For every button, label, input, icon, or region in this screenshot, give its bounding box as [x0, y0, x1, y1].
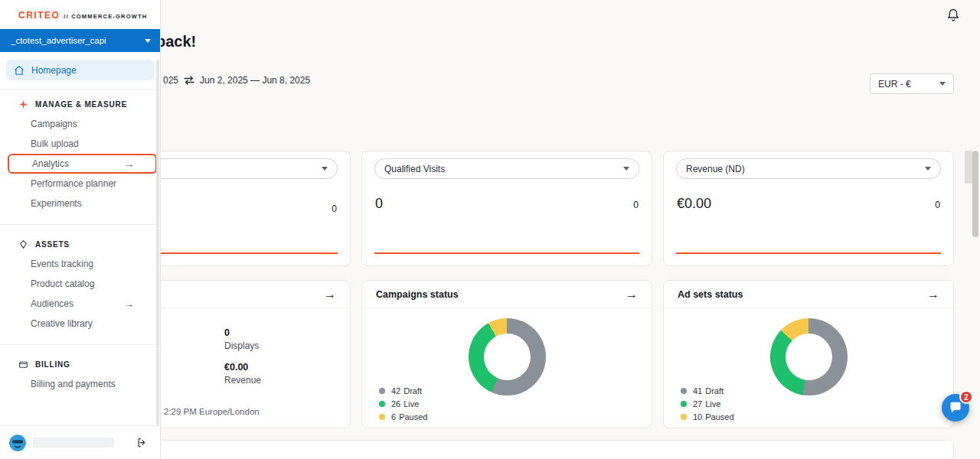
- advertiser-name: _ctotest_advertiser_capi: [11, 36, 106, 45]
- user-name-redacted: [33, 438, 114, 448]
- scrollbar-track[interactable]: [965, 151, 972, 184]
- brand-logo: CRITEO // COMMERCE-GROWTH: [0, 0, 160, 21]
- live-stats: 0 Displays €0.00 Revenue: [224, 328, 261, 397]
- arrow-right-icon[interactable]: →: [626, 288, 638, 301]
- legend-item-paused: 6Paused: [379, 412, 427, 422]
- section-label-text: BILLING: [35, 360, 70, 369]
- legend-count: 10: [693, 412, 702, 422]
- legend-dot-draft: [379, 388, 385, 394]
- product-name: // COMMERCE-GROWTH: [64, 13, 147, 20]
- metric-card-revenue: Revenue (ND) €0.00 0: [663, 151, 954, 266]
- chevron-down-icon: [623, 167, 629, 171]
- section-label-text: ASSETS: [35, 240, 70, 249]
- sidebar-item-campaigns[interactable]: Campaigns: [0, 114, 160, 134]
- home-icon: [14, 65, 24, 76]
- section-label-text: MANAGE & MEASURE: [35, 100, 127, 109]
- stat-value: €0.00: [224, 363, 261, 373]
- sidebar-item-performance-planner[interactable]: Performance planner: [0, 174, 160, 194]
- sidebar-item-product-catalog[interactable]: Product catalog: [0, 274, 160, 294]
- section-manage-measure: MANAGE & MEASURE: [0, 94, 160, 114]
- legend-label: Draft: [403, 386, 422, 396]
- sidebar-item-bulk-upload[interactable]: Bulk upload: [0, 134, 160, 154]
- legend-label: Draft: [705, 386, 724, 396]
- adsets-donut-chart: [770, 318, 848, 396]
- legend-item-live: 26Live: [379, 399, 427, 409]
- sidebar-item-creative-library[interactable]: Creative library: [0, 314, 160, 334]
- user-avatar[interactable]: [9, 435, 26, 451]
- sparkle-icon: [18, 99, 28, 109]
- sidebar-item-label: Homepage: [31, 65, 77, 76]
- section-billing: BILLING: [0, 354, 160, 374]
- sidebar-item-analytics[interactable]: Analytics →: [8, 154, 157, 174]
- page-scrollbar-thumb[interactable]: [972, 151, 978, 237]
- legend-dot-live: [379, 401, 385, 407]
- sidebar-item-audiences[interactable]: Audiences →: [0, 294, 160, 314]
- divider: [0, 224, 160, 225]
- chat-widget-button[interactable]: 2: [942, 394, 969, 422]
- sidebar-item-label: Campaigns: [31, 119, 77, 129]
- sidebar-item-homepage[interactable]: Homepage: [6, 60, 154, 80]
- compare-swap-icon: [184, 76, 194, 85]
- arrow-right-icon: →: [124, 299, 134, 309]
- arrow-right-icon[interactable]: →: [324, 288, 336, 301]
- next-row-card-clipped: [60, 440, 954, 459]
- sparkline: [374, 252, 639, 254]
- stat-value: 0: [224, 328, 261, 338]
- panel-title: Campaigns status: [376, 289, 459, 300]
- campaigns-status-card: Campaigns status → 42Draft 26Live 6Pause…: [361, 280, 652, 428]
- metrics-row: 0 Qualified Visits 0 0 Revenue (ND) €0.0…: [60, 151, 954, 266]
- sidebar-item-experiments[interactable]: Experiments: [0, 194, 160, 213]
- metric-select-2[interactable]: Qualified Visits: [374, 158, 639, 179]
- divider: [0, 89, 160, 90]
- legend-item-draft: 42Draft: [379, 386, 427, 396]
- metric-secondary-value: 0: [332, 203, 337, 214]
- advertiser-selector[interactable]: _ctotest_advertiser_capi: [0, 29, 160, 52]
- legend-count: 42: [391, 386, 400, 396]
- status-row: → 0 Displays €0.00 Revenue 2:29 PM Europ…: [60, 280, 954, 428]
- adsets-status-card: Ad sets status → 41Draft 27Live 10Paused: [663, 280, 954, 428]
- live-timestamp: 2:29 PM Europe/London: [164, 407, 260, 416]
- sidebar-item-label: Bulk upload: [31, 138, 79, 149]
- metric-value: 0: [375, 196, 383, 212]
- metric-secondary-value: 0: [935, 200, 940, 210]
- currency-select[interactable]: EUR - €: [870, 73, 954, 94]
- live-stat-revenue: €0.00 Revenue: [224, 363, 261, 385]
- panel-header: Ad sets status →: [664, 281, 953, 308]
- avatar-face-icon: [9, 435, 26, 451]
- legend-count: 41: [693, 386, 702, 396]
- legend-count: 26: [391, 399, 400, 409]
- metric-select-3[interactable]: Revenue (ND): [676, 158, 941, 179]
- sidebar-item-label: Billing and payments: [31, 379, 116, 389]
- legend-dot-paused: [379, 414, 385, 420]
- date-range-selector[interactable]: 025 Jun 2, 2025 — Jun 8, 2025: [163, 75, 310, 86]
- campaigns-donut-chart: [469, 318, 546, 396]
- legend-label: Paused: [705, 412, 733, 422]
- sidebar-scrollbar[interactable]: [156, 60, 159, 425]
- chevron-down-icon: [145, 39, 151, 43]
- legend: 42Draft 26Live 6Paused: [379, 386, 427, 422]
- chevron-down-icon: [925, 167, 931, 171]
- date-range-compare-fragment: 025: [163, 75, 178, 86]
- date-range-label: Jun 2, 2025 — Jun 8, 2025: [200, 75, 310, 86]
- legend: 41Draft 27Live 10Paused: [681, 386, 734, 422]
- notifications-bell-icon[interactable]: [946, 8, 960, 23]
- sidebar-item-label: Product catalog: [31, 278, 94, 289]
- chevron-down-icon: [939, 82, 946, 86]
- sidebar-item-label: Analytics: [32, 158, 69, 169]
- sidebar-item-billing-and-payments[interactable]: Billing and payments: [0, 374, 160, 394]
- sidebar-footer: [0, 425, 160, 459]
- legend-dot-draft: [681, 388, 687, 394]
- metric-select-2-label: Qualified Visits: [384, 164, 445, 174]
- panel-header: Campaigns status →: [362, 281, 652, 308]
- criteo-logo: CRITEO: [18, 10, 60, 21]
- sidebar-item-events-tracking[interactable]: Events tracking: [0, 254, 160, 274]
- assets-icon: [18, 239, 28, 249]
- billing-card-icon: [18, 360, 28, 369]
- sidebar-item-label: Audiences: [31, 298, 74, 309]
- arrow-right-icon[interactable]: →: [927, 288, 939, 301]
- sidebar: CRITEO // COMMERCE-GROWTH _ctotest_adver…: [0, 0, 161, 459]
- metric-value: €0.00: [677, 196, 711, 212]
- section-assets: ASSETS: [0, 234, 160, 254]
- logout-icon[interactable]: [136, 437, 148, 449]
- legend-item-live: 27Live: [681, 399, 734, 409]
